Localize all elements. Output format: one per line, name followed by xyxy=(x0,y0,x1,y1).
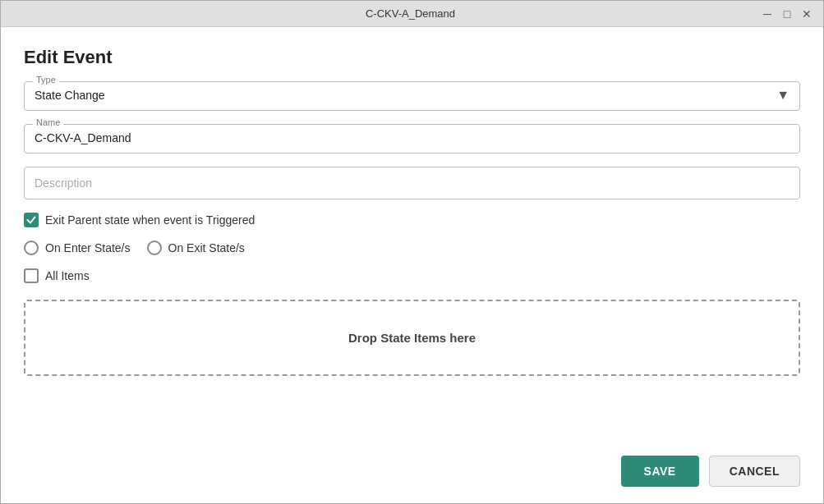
cancel-button[interactable]: CANCEL xyxy=(709,456,800,487)
page-title: Edit Event xyxy=(24,47,800,68)
on-exit-label: On Exit State/s xyxy=(168,241,245,254)
type-label: Type xyxy=(33,75,59,85)
exit-parent-checkbox[interactable] xyxy=(24,213,39,227)
on-exit-radio-item[interactable]: On Exit State/s xyxy=(147,241,245,255)
on-enter-radio-item[interactable]: On Enter State/s xyxy=(24,241,131,255)
drop-zone-text: Drop State Items here xyxy=(348,331,476,345)
state-radio-row: On Enter State/s On Exit State/s xyxy=(24,241,800,255)
close-button[interactable]: ✕ xyxy=(800,7,813,21)
title-bar: C-CKV-A_Demand ─ □ ✕ xyxy=(1,1,823,27)
window-title: C-CKV-A_Demand xyxy=(60,7,761,20)
minimize-button[interactable]: ─ xyxy=(761,7,774,21)
name-input[interactable] xyxy=(35,130,789,146)
exit-parent-row: Exit Parent state when event is Triggere… xyxy=(24,213,800,227)
footer: SAVE CANCEL xyxy=(1,446,823,503)
type-select-wrapper: State Change ▼ xyxy=(35,87,789,103)
name-label: Name xyxy=(33,117,63,127)
window: C-CKV-A_Demand ─ □ ✕ Edit Event Type Sta… xyxy=(0,0,824,504)
on-enter-radio[interactable] xyxy=(24,241,39,255)
type-field: Type State Change ▼ xyxy=(24,81,800,111)
type-select[interactable]: State Change xyxy=(35,87,789,103)
exit-parent-label: Exit Parent state when event is Triggere… xyxy=(45,213,255,227)
maximize-button[interactable]: □ xyxy=(780,7,794,21)
window-controls: ─ □ ✕ xyxy=(761,7,813,21)
drop-zone[interactable]: Drop State Items here xyxy=(24,300,800,376)
form-content: Edit Event Type State Change ▼ Name xyxy=(1,27,823,446)
all-items-row: All Items xyxy=(24,268,800,283)
all-items-checkbox[interactable] xyxy=(24,268,39,283)
on-enter-label: On Enter State/s xyxy=(45,241,131,254)
description-input[interactable] xyxy=(35,176,789,190)
on-exit-radio[interactable] xyxy=(147,241,162,255)
name-field: Name xyxy=(24,124,800,153)
description-field xyxy=(24,167,800,199)
save-button[interactable]: SAVE xyxy=(621,456,699,487)
all-items-label: All Items xyxy=(45,269,90,282)
